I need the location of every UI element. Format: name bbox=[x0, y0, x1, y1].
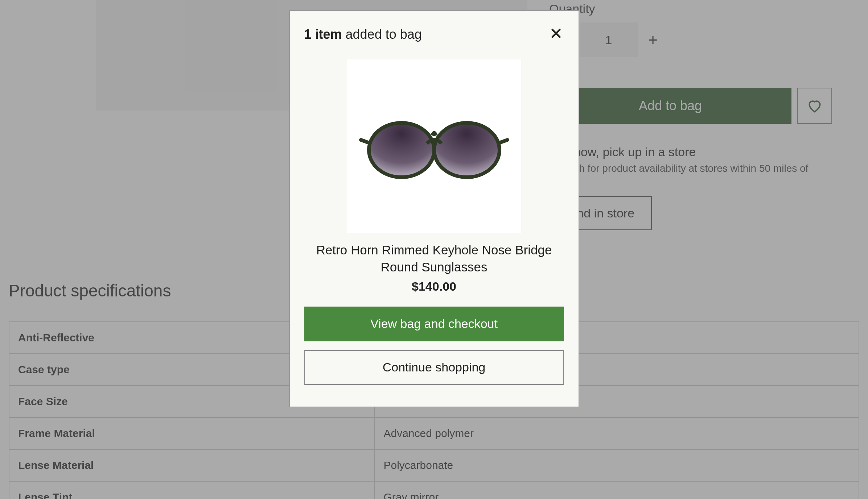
svg-point-0 bbox=[369, 123, 434, 177]
modal-product-image-wrap bbox=[304, 59, 564, 233]
added-to-bag-modal: 1 item added to bag bbox=[289, 10, 579, 407]
continue-shopping-button[interactable]: Continue shopping bbox=[304, 350, 564, 385]
modal-title-text: added to bag bbox=[342, 27, 422, 42]
modal-title: 1 item added to bag bbox=[304, 27, 564, 42]
modal-product-name: Retro Horn Rimmed Keyhole Nose Bridge Ro… bbox=[304, 241, 564, 276]
modal-close-button[interactable] bbox=[548, 25, 564, 41]
modal-title-count: 1 item bbox=[304, 27, 342, 42]
close-icon bbox=[551, 28, 561, 39]
modal-overlay[interactable]: 1 item added to bag bbox=[0, 0, 868, 499]
modal-product-image bbox=[347, 59, 521, 233]
view-bag-button[interactable]: View bag and checkout bbox=[304, 307, 564, 341]
modal-product-price: $140.00 bbox=[304, 279, 564, 294]
sunglasses-icon bbox=[358, 110, 510, 183]
svg-point-1 bbox=[434, 123, 499, 177]
